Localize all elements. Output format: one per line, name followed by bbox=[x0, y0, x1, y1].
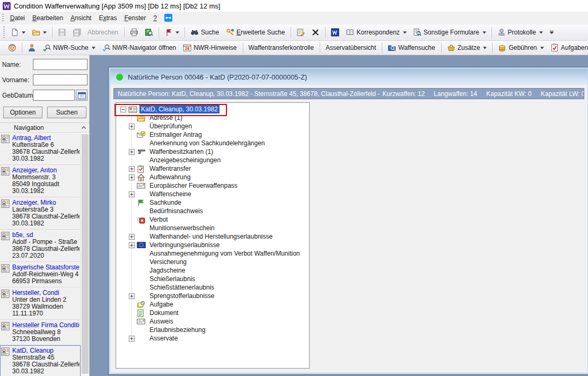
nav-entry[interactable]: Anzeiger, AntonMommsenstr. 385049 Ingols… bbox=[0, 165, 81, 197]
expand-expander[interactable] bbox=[129, 293, 135, 299]
collapse-chevron-up-icon[interactable] bbox=[81, 126, 86, 129]
nav-entry[interactable]: Antrag, AlbertKuftenstraße 638678 Claust… bbox=[0, 133, 81, 165]
protocols-button[interactable]: Protokolle bbox=[495, 27, 546, 38]
tree-item[interactable]: Adresse (1) bbox=[118, 113, 309, 122]
chevron-down-icon[interactable] bbox=[92, 47, 95, 49]
search-button[interactable]: Suche bbox=[188, 27, 222, 38]
gebdatum-field[interactable] bbox=[33, 90, 75, 101]
nwr-navigator-button[interactable]: NWR-Navigator öffnen bbox=[99, 42, 180, 54]
expand-expander[interactable] bbox=[129, 242, 135, 248]
navigation-scrollbar[interactable] bbox=[81, 133, 89, 376]
chevron-down-icon[interactable] bbox=[22, 31, 25, 34]
toolbar-overflow[interactable] bbox=[547, 28, 557, 37]
tree-item[interactable]: KatD, Cleanup, 30.03.1982 bbox=[118, 105, 309, 113]
nav-entry[interactable]: Anzeiger, MirkoLauterstraße 338678 Claus… bbox=[0, 197, 81, 230]
expand-expander[interactable] bbox=[129, 124, 135, 129]
print-preview-button[interactable] bbox=[142, 27, 156, 38]
tree-item[interactable]: Sprengstofferlaubnisse bbox=[118, 292, 309, 300]
nav-entry[interactable]: b5e, sdAdolf - Pompe - Straße 738678 Cla… bbox=[0, 230, 81, 262]
expand-expander[interactable] bbox=[129, 149, 135, 155]
teamviewer-button[interactable] bbox=[162, 12, 175, 23]
tree-item[interactable]: Waffenhandel- und Herstellungserlaubniss… bbox=[118, 232, 309, 241]
tree-item[interactable]: Schießerlaubnis bbox=[118, 275, 309, 283]
advanced-search-button[interactable]: Erweiterte Suche bbox=[223, 27, 288, 38]
nav-entry[interactable]: Hersteller Firma ConditionSchneeballweg … bbox=[0, 320, 81, 345]
toolbar-grip[interactable] bbox=[2, 14, 4, 22]
tree-item[interactable]: Versicherung bbox=[118, 258, 309, 266]
options-button[interactable]: Optionen bbox=[3, 107, 42, 118]
tree-item[interactable]: Aufgabe bbox=[118, 300, 309, 309]
tree-item[interactable]: Bedürfnisnachweis bbox=[118, 207, 309, 215]
tree-item[interactable]: Waffenbesitzkarten (1) bbox=[118, 147, 309, 156]
nwr-hints-button[interactable]: 28NWR-Hinweise bbox=[180, 42, 240, 54]
tree-item[interactable]: Ausnahmegenehmigung vom Verbot Waffen/Mu… bbox=[118, 249, 309, 258]
new-button[interactable] bbox=[8, 27, 28, 38]
asservat-overview-button[interactable]: Asservatübersicht bbox=[323, 42, 379, 53]
expand-expander[interactable] bbox=[129, 234, 135, 240]
weapon-transfer-control-button[interactable]: Waffentransferkontrolle bbox=[246, 42, 317, 53]
tree-item[interactable]: Munitionserwerbschein bbox=[118, 224, 309, 232]
collapse-expander[interactable] bbox=[120, 107, 126, 112]
chevron-down-icon[interactable] bbox=[539, 31, 543, 34]
nav-entry[interactable]: Hersteller, CondiUnter den Linden 238729… bbox=[0, 287, 81, 320]
tree-item[interactable]: Dokument bbox=[118, 309, 309, 317]
tree-item[interactable]: Asservate bbox=[118, 334, 309, 343]
tree-item[interactable]: Anerkennung von Sachkundelehrgängen bbox=[118, 139, 309, 147]
tree-item[interactable]: Jagdscheine bbox=[118, 266, 309, 275]
menu-item-fenster[interactable]: Fenster bbox=[121, 13, 150, 23]
word-button[interactable] bbox=[328, 27, 342, 38]
scrollbar-thumb[interactable] bbox=[82, 134, 89, 374]
vorname-field[interactable] bbox=[33, 74, 87, 85]
nav-entry-selected[interactable]: KatD, CleanupSternstraße 4538678 Clausth… bbox=[0, 345, 81, 376]
window-titlebar[interactable]: Condition Waffenverwaltung [App 3509 ms]… bbox=[0, 0, 588, 12]
tree-item[interactable]: Waffentransfer bbox=[118, 164, 309, 173]
tree-item[interactable]: Erlaubnisbeziehung bbox=[118, 326, 309, 334]
person-button[interactable] bbox=[25, 42, 39, 54]
fees-button[interactable]: Gebühren bbox=[495, 42, 546, 54]
nav-entry[interactable]: Bayerische Staatsforsten.Adolf-Reichwein… bbox=[0, 262, 81, 287]
tree-item[interactable]: Erstmaliger Antrag bbox=[118, 130, 309, 139]
tree-item[interactable]: Verbot bbox=[118, 215, 309, 224]
tree-item[interactable]: Schießstättenerlaubnis bbox=[118, 283, 309, 292]
expand-expander[interactable] bbox=[129, 336, 135, 342]
delete-button[interactable] bbox=[309, 27, 322, 38]
extras-button[interactable]: Zusätze bbox=[444, 42, 490, 54]
tree-item[interactable]: Aufbewahrung bbox=[118, 173, 309, 181]
calendar-button[interactable] bbox=[76, 90, 87, 101]
person-window-titlebar[interactable]: Natürliche Person 00046 - KatD (P2020-07… bbox=[110, 69, 587, 85]
menu-item-?[interactable]: ? bbox=[150, 13, 161, 23]
expand-expander[interactable] bbox=[129, 174, 135, 180]
chevron-down-icon[interactable] bbox=[540, 47, 544, 49]
menu-item-ansicht[interactable]: Ansicht bbox=[67, 13, 95, 23]
other-forms-button[interactable]: Sonstige Formulare bbox=[410, 27, 489, 38]
chevron-down-icon[interactable] bbox=[483, 47, 487, 49]
tree-item[interactable]: Sachkunde bbox=[118, 198, 309, 207]
chevron-down-icon[interactable] bbox=[403, 31, 407, 34]
person-photo-button[interactable] bbox=[5, 42, 19, 54]
print-button[interactable] bbox=[127, 27, 141, 38]
tree-item[interactable]: Anzeigebescheinigungen bbox=[118, 156, 309, 164]
toolbar-grip[interactable] bbox=[3, 27, 5, 38]
name-field[interactable] bbox=[33, 59, 87, 70]
properties-button[interactable] bbox=[294, 27, 308, 38]
menu-item-extras[interactable]: Extras bbox=[95, 13, 120, 23]
correspondence-button[interactable]: Korrespondenz bbox=[343, 27, 409, 38]
chevron-down-icon[interactable] bbox=[482, 31, 486, 34]
open-button[interactable] bbox=[29, 27, 49, 38]
flag-button[interactable] bbox=[162, 27, 182, 38]
tree-item[interactable]: Ausweis bbox=[118, 317, 309, 326]
chevron-down-icon[interactable] bbox=[43, 31, 47, 34]
tree-item[interactable]: Europäischer Feuerwaffenpass bbox=[118, 181, 309, 190]
tree-item[interactable]: Verbringungserlaubnisse bbox=[118, 241, 309, 249]
tasks-button[interactable]: Aufgaben bbox=[548, 42, 588, 54]
menu-item-datei[interactable]: Datei bbox=[6, 13, 29, 23]
weapon-search-button[interactable]: Waffensuche bbox=[385, 42, 438, 54]
search-button[interactable]: Suchen bbox=[47, 107, 86, 118]
expand-expander[interactable] bbox=[129, 191, 135, 197]
tree-item[interactable]: Überprüfungen bbox=[118, 122, 309, 130]
expand-expander[interactable] bbox=[129, 166, 135, 172]
tree-item[interactable]: Waffenscheine bbox=[118, 190, 309, 198]
nwr-search-button[interactable]: NWR-Suche bbox=[40, 42, 98, 54]
menu-item-bearbeiten[interactable]: Bearbeiten bbox=[29, 13, 67, 23]
chevron-down-icon[interactable] bbox=[175, 31, 179, 34]
